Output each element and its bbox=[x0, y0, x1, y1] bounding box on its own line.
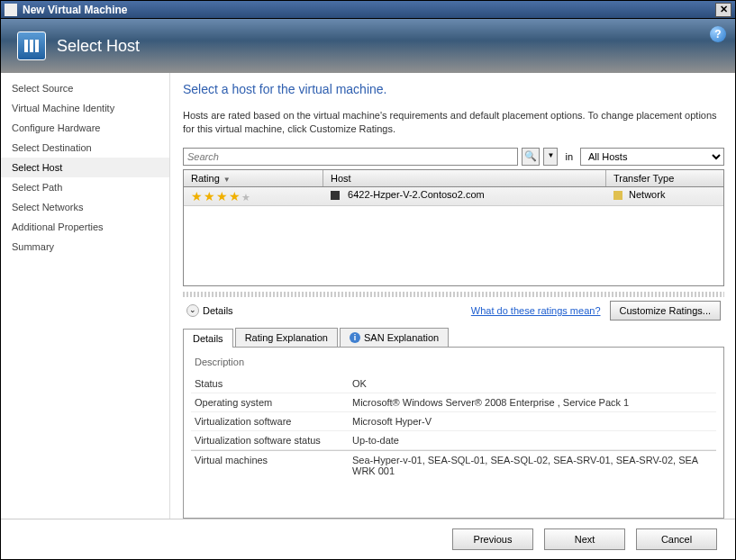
property-row: Operating system Microsoft® Windows Serv… bbox=[191, 393, 716, 412]
sidebar-item-select-host[interactable]: Select Host bbox=[1, 158, 169, 177]
server-icon bbox=[331, 191, 340, 200]
host-row[interactable]: ★★★★★ 6422-Hzper-V-2.Contoso2.com Networ… bbox=[184, 187, 723, 206]
search-input[interactable] bbox=[183, 148, 518, 166]
hosts-table-header: Rating▼ Host Transfer Type bbox=[184, 170, 723, 187]
description-label: Description bbox=[191, 355, 716, 369]
tab-rating-explanation[interactable]: Rating Explanation bbox=[235, 328, 338, 347]
sidebar-item-select-path[interactable]: Select Path bbox=[1, 177, 169, 197]
previous-button[interactable]: Previous bbox=[452, 528, 533, 550]
main-content: Select a host for the virtual machine. H… bbox=[170, 73, 735, 519]
wizard-icon bbox=[17, 32, 46, 60]
ratings-help-link[interactable]: What do these ratings mean? bbox=[471, 305, 601, 316]
sidebar-item-summary[interactable]: Summary bbox=[1, 237, 169, 257]
close-button[interactable]: ✕ bbox=[715, 3, 731, 17]
host-rating-cell: ★★★★★ bbox=[184, 187, 323, 205]
property-value: Microsoft Hyper-V bbox=[352, 416, 713, 427]
property-row: Virtual machines Sea-Hyper-v-01, SEA-SQL… bbox=[191, 450, 716, 480]
star-rating-icon: ★★★★★ bbox=[191, 189, 251, 203]
tab-san-explanation[interactable]: i SAN Explanation bbox=[340, 328, 449, 347]
sidebar-item-additional-properties[interactable]: Additional Properties bbox=[1, 217, 169, 237]
search-dropdown-icon[interactable]: ▼ bbox=[543, 148, 558, 166]
cancel-button[interactable]: Cancel bbox=[636, 528, 717, 550]
property-row: Virtualization software Microsoft Hyper-… bbox=[191, 412, 716, 431]
property-label: Status bbox=[195, 378, 352, 389]
details-tabs: Details Rating Explanation i SAN Explana… bbox=[183, 328, 724, 347]
host-transfer-cell: Network bbox=[606, 187, 723, 205]
page-title: Select Host bbox=[57, 37, 140, 56]
property-value: Up-to-date bbox=[352, 435, 713, 446]
info-icon: i bbox=[350, 332, 360, 343]
host-name-cell: 6422-Hzper-V-2.Contoso2.com bbox=[323, 187, 606, 205]
details-bar: ⌄ Details What do these ratings mean? Cu… bbox=[183, 299, 724, 322]
help-icon[interactable]: ? bbox=[710, 26, 726, 42]
details-label: Details bbox=[203, 305, 233, 316]
sidebar-item-configure-hardware[interactable]: Configure Hardware bbox=[1, 118, 169, 138]
property-value: Microsoft® Windows Server® 2008 Enterpri… bbox=[352, 397, 713, 408]
property-row: Virtualization software status Up-to-dat… bbox=[191, 431, 716, 450]
search-row: 🔍 ▼ in All Hosts bbox=[183, 148, 724, 166]
property-label: Virtual machines bbox=[195, 455, 352, 476]
wizard-steps-sidebar: Select Source Virtual Machine Identity C… bbox=[1, 73, 170, 519]
column-rating[interactable]: Rating▼ bbox=[184, 170, 323, 186]
hosts-filter-select[interactable]: All Hosts bbox=[580, 148, 724, 166]
property-label: Virtualization software bbox=[195, 416, 352, 427]
details-toggle[interactable]: ⌄ Details bbox=[186, 304, 233, 317]
property-row: Status OK bbox=[191, 375, 716, 393]
tab-details[interactable]: Details bbox=[183, 329, 233, 348]
page-header: Select Host ? bbox=[1, 19, 735, 73]
splitter-handle[interactable] bbox=[183, 292, 724, 297]
window-title: New Virtual Machine bbox=[23, 4, 715, 16]
column-transfer-type[interactable]: Transfer Type bbox=[606, 170, 723, 186]
sidebar-item-select-networks[interactable]: Select Networks bbox=[1, 197, 169, 217]
section-description: Hosts are rated based on the virtual mac… bbox=[183, 109, 724, 137]
property-value: OK bbox=[352, 378, 713, 389]
wizard-footer: Previous Next Cancel bbox=[1, 519, 735, 558]
next-button[interactable]: Next bbox=[544, 528, 625, 550]
in-label: in bbox=[565, 151, 573, 162]
sidebar-item-select-destination[interactable]: Select Destination bbox=[1, 138, 169, 158]
sidebar-item-vm-identity[interactable]: Virtual Machine Identity bbox=[1, 98, 169, 118]
property-value: Sea-Hyper-v-01, SEA-SQL-01, SEA-SQL-02, … bbox=[352, 455, 713, 476]
property-label: Operating system bbox=[195, 397, 352, 408]
customize-ratings-button[interactable]: Customize Ratings... bbox=[610, 301, 721, 321]
hosts-table: Rating▼ Host Transfer Type ★★★★★ 6422-Hz… bbox=[183, 169, 724, 286]
chevron-down-icon: ⌄ bbox=[186, 304, 199, 317]
sidebar-item-select-source[interactable]: Select Source bbox=[1, 78, 169, 98]
titlebar: New Virtual Machine ✕ bbox=[1, 1, 735, 19]
app-icon bbox=[5, 4, 17, 16]
property-label: Virtualization software status bbox=[195, 435, 352, 446]
section-title: Select a host for the virtual machine. bbox=[183, 82, 724, 96]
sort-desc-icon: ▼ bbox=[223, 176, 231, 184]
search-icon[interactable]: 🔍 bbox=[522, 148, 540, 166]
column-host[interactable]: Host bbox=[323, 170, 606, 186]
network-warning-icon bbox=[613, 191, 622, 200]
details-panel: Description Status OK Operating system M… bbox=[183, 347, 724, 519]
